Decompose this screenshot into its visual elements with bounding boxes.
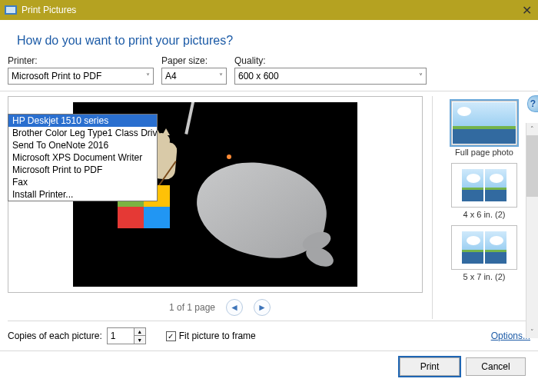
paper-size-label: Paper size: <box>161 55 227 66</box>
printer-selected-value: Microsoft Print to PDF <box>12 71 101 81</box>
fit-to-frame-label: Fit picture to frame <box>179 331 256 341</box>
quality-label: Quality: <box>234 55 427 66</box>
layout-templates: Full page photo 4 x 6 in. (2) 5 x 7 in. … <box>432 96 536 319</box>
scroll-up-icon[interactable]: ˄ <box>526 123 538 135</box>
printer-option[interactable]: Send To OneNote 2016 <box>8 139 157 151</box>
paper-size-dropdown[interactable]: A4 ˅ <box>161 68 227 85</box>
chevron-down-icon: ˅ <box>219 72 223 81</box>
template-caption: 4 x 6 in. (2) <box>463 210 505 219</box>
printer-option[interactable]: Fax <box>8 176 157 188</box>
app-icon <box>5 4 17 16</box>
page-count-text: 1 of 1 page <box>169 302 215 313</box>
copies-down-button[interactable]: ▼ <box>134 336 145 344</box>
options-link[interactable]: Options... <box>491 331 530 341</box>
scrollbar-thumb[interactable] <box>526 135 538 197</box>
printer-dropdown[interactable]: Microsoft Print to PDF ˅ <box>8 68 154 85</box>
pager: 1 of 1 page ◄ ► <box>8 293 432 319</box>
copies-input[interactable] <box>107 327 134 344</box>
copies-label: Copies of each picture: <box>8 331 102 341</box>
printer-option[interactable]: Brother Color Leg Type1 Class Driver <box>8 127 157 139</box>
fit-to-frame-checkbox[interactable]: ✓ Fit picture to frame <box>166 331 256 341</box>
template-5x7[interactable]: 5 x 7 in. (2) <box>451 225 517 281</box>
printer-option[interactable]: HP Deskjet 1510 series <box>8 115 157 127</box>
checkbox-icon: ✓ <box>166 331 176 341</box>
separator <box>8 321 530 321</box>
cancel-button[interactable]: Cancel <box>466 357 526 376</box>
chevron-down-icon: ˅ <box>419 72 423 81</box>
close-icon[interactable]: ✕ <box>522 3 532 18</box>
copies-spinner[interactable]: ▲ ▼ <box>107 327 146 344</box>
copies-up-button[interactable]: ▲ <box>134 328 145 336</box>
next-page-button[interactable]: ► <box>254 299 271 316</box>
quality-dropdown[interactable]: 600 x 600 ˅ <box>234 68 427 85</box>
printer-dropdown-list[interactable]: HP Deskjet 1510 seriesBrother Color Leg … <box>8 114 158 201</box>
titlebar[interactable]: Print Pictures ✕ <box>0 0 538 20</box>
print-button[interactable]: Print <box>400 357 460 376</box>
printer-option[interactable]: Microsoft Print to PDF <box>8 164 157 176</box>
quality-selected-value: 600 x 600 <box>238 71 279 81</box>
template-full-page[interactable]: Full page photo <box>451 101 517 157</box>
templates-scrollbar[interactable]: ˄ ˅ <box>526 123 538 338</box>
paper-size-selected-value: A4 <box>165 71 177 81</box>
prev-page-button[interactable]: ◄ <box>226 299 243 316</box>
printer-option[interactable]: Microsoft XPS Document Writer <box>8 151 157 164</box>
page-heading: How do you want to print your pictures? <box>0 20 538 55</box>
scroll-down-icon[interactable]: ˅ <box>526 326 538 338</box>
window-title: Print Pictures <box>22 5 76 15</box>
template-4x6[interactable]: 4 x 6 in. (2) <box>451 163 517 219</box>
template-caption: Full page photo <box>455 148 513 157</box>
printer-option[interactable]: Install Printer... <box>8 188 157 201</box>
options-row: Printer: Microsoft Print to PDF ˅ Paper … <box>0 55 538 89</box>
svg-rect-1 <box>6 7 15 13</box>
printer-label: Printer: <box>8 55 154 66</box>
chevron-down-icon: ˅ <box>146 72 150 81</box>
template-caption: 5 x 7 in. (2) <box>463 272 505 281</box>
